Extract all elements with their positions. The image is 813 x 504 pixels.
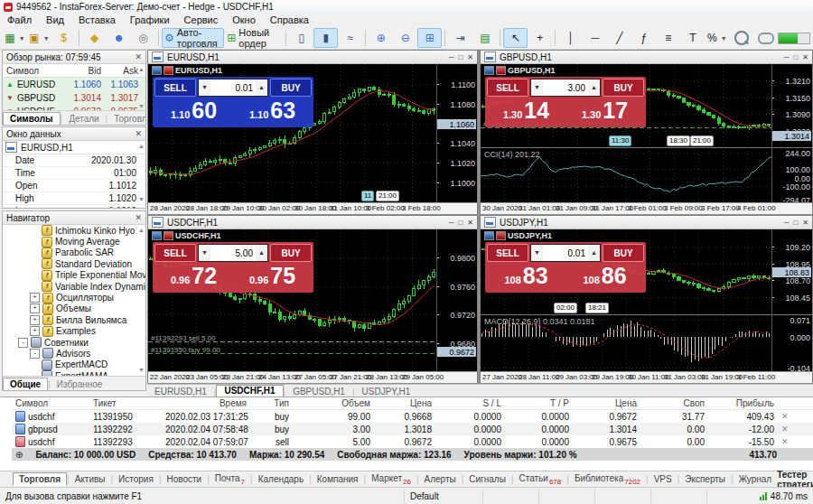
toolbox-tab-Маркет[interactable]: Маркет26	[366, 472, 416, 487]
expand-balance-icon[interactable]: ⊕	[15, 450, 23, 460]
nav-item-Moving-Average[interactable]: fMoving Average	[3, 236, 145, 247]
close-position-icon[interactable]: ✕	[778, 425, 792, 434]
minimize-icon[interactable]: ─	[449, 219, 454, 227]
nav-item-Ichimoku-Kinko-Hyo[interactable]: fIchimoku Kinko Hyo	[3, 225, 145, 236]
volume-up-icon[interactable]: ▲	[588, 245, 600, 261]
expand-icon[interactable]: +	[30, 293, 40, 303]
navigator-tab-Общие[interactable]: Общие	[3, 378, 48, 390]
chart-canvas[interactable]: 109.20108.95108.70108.45108.830.0710.000…	[481, 229, 812, 371]
toolbox-tab-Новости[interactable]: Новости	[161, 473, 207, 485]
navigator-tab-Избранное[interactable]: Избранное	[51, 378, 109, 390]
cursor-icon[interactable]: ↖	[503, 28, 528, 48]
maximize-icon[interactable]: □	[793, 219, 798, 227]
minimize-icon[interactable]: ─	[449, 53, 454, 61]
volume-field[interactable]: ▼0.01▲	[530, 244, 601, 262]
chart-canvas[interactable]: 1.32101.31501.30901.3030#11392292 buy 3.…	[481, 64, 812, 202]
trendline-icon[interactable]: ╱	[607, 28, 631, 48]
text-label-icon[interactable]: T	[680, 28, 705, 48]
volume-field[interactable]: ▼5.00▲	[198, 244, 268, 262]
signal-icon[interactable]: ◎	[131, 28, 155, 48]
horizontal-line-icon[interactable]: ─	[583, 28, 607, 48]
maximize-icon[interactable]: □	[458, 53, 463, 61]
collapse-icon[interactable]: -	[30, 349, 40, 359]
toolbox-tab-Эксперты[interactable]: Эксперты	[679, 473, 731, 485]
scroll-down-icon[interactable]: ▼	[138, 196, 145, 202]
toolbox-tab-История[interactable]: История	[113, 473, 159, 485]
chart-window-titlebar[interactable]: USDJPY,H1─□✕	[481, 216, 812, 229]
scroll-down-icon[interactable]: ▼	[138, 103, 145, 109]
chart-window-titlebar[interactable]: EURUSD,H1─□✕	[148, 51, 477, 64]
volume-up-icon[interactable]: ▲	[256, 79, 267, 96]
arrows-icon[interactable]: %▼	[705, 28, 729, 48]
nav-item-ExpertMACD[interactable]: ExpertMACD	[3, 359, 145, 370]
scroll-up-icon[interactable]: ▲	[138, 143, 145, 149]
toolbox-tab-Журнал[interactable]: Журнал	[734, 473, 778, 485]
menu-Файл[interactable]: Файл	[0, 14, 39, 27]
toolbox-tab-Компания[interactable]: Компания	[312, 473, 364, 485]
menu-Вставка[interactable]: Вставка	[71, 14, 123, 27]
sell-button[interactable]: SELL	[487, 79, 528, 97]
expand-icon[interactable]: +	[30, 303, 40, 313]
market-watch-row-GBPUSD[interactable]: ▼GBPUSD1.30141.3017	[3, 91, 145, 105]
candlestick-chart-icon[interactable]: ▮	[313, 28, 338, 48]
sell-button[interactable]: SELL	[154, 244, 196, 262]
templates-icon[interactable]: ▤	[472, 28, 497, 48]
menu-Графики[interactable]: Графики	[123, 14, 177, 27]
market-watch-tab-Торговля[interactable]: Торговля	[107, 113, 146, 125]
nav-item-Variable-Index-Dynamic-A[interactable]: fVariable Index Dynamic A	[3, 281, 145, 292]
nav-item-Билла-Вильямса[interactable]: +fБилла Вильямса	[3, 314, 145, 325]
buy-price[interactable]: 10886	[565, 262, 644, 291]
minimize-icon[interactable]: ─	[784, 53, 790, 61]
maximize-icon[interactable]: □	[458, 219, 463, 227]
zoom-out-icon[interactable]: ⊖	[393, 28, 417, 48]
nav-item-Advisors[interactable]: -Advisors	[3, 348, 145, 359]
symbols-icon[interactable]: $	[51, 28, 76, 48]
volume-field[interactable]: ▼0.01▲	[198, 79, 268, 97]
market-watch-row-EURUSD[interactable]: ▲EURUSD1.10601.1063	[3, 78, 145, 91]
trade-row-11392292[interactable]: gbpusd113922922020.02.04 07:58:48buy3.00…	[12, 423, 813, 435]
nav-item-Объемы[interactable]: +fОбъемы	[3, 303, 145, 314]
toolbox-tab-VPS[interactable]: VPS	[649, 473, 678, 485]
toolbox-tab-Библиотека[interactable]: Библиотека7202	[569, 472, 646, 487]
autotrade-button[interactable]: ⚙Авто-торговля	[162, 28, 224, 48]
sell-price[interactable]: 10883	[487, 262, 565, 291]
nav-item-Triple-Exponential-Movin[interactable]: fTriple Exponential Movin	[3, 270, 145, 281]
nav-item-Standard-Deviation[interactable]: fStandard Deviation	[3, 258, 145, 269]
close-position-icon[interactable]: ✕	[778, 412, 792, 421]
bar-chart-icon[interactable]: ▯	[289, 28, 313, 48]
nav-item-Examples[interactable]: +fExamples	[3, 326, 145, 337]
tile-windows-icon[interactable]: ⊞	[417, 28, 442, 48]
trade-row-11391950[interactable]: usdchf113919502020.02.03 17:31:25buy99.0…	[12, 410, 813, 423]
buy-button[interactable]: BUY	[270, 244, 312, 262]
menu-Сервис[interactable]: Сервис	[177, 14, 226, 27]
buy-button[interactable]: BUY	[603, 79, 644, 97]
volume-up-icon[interactable]: ▲	[588, 79, 600, 96]
sell-price[interactable]: 1.3014	[487, 97, 565, 126]
nav-item-Parabolic-SAR[interactable]: fParabolic SAR	[3, 247, 145, 258]
buy-price[interactable]: 1.1063	[233, 97, 312, 126]
volume-down-icon[interactable]: ▼	[199, 245, 210, 261]
expand-icon[interactable]: +	[30, 315, 40, 325]
chart-window-titlebar[interactable]: GBPUSD,H1─□✕	[481, 51, 812, 64]
wallet-icon[interactable]: ◆	[82, 28, 107, 48]
maximize-icon[interactable]: □	[793, 53, 798, 61]
toolbox-tab-Сигналы[interactable]: Сигналы	[463, 473, 511, 485]
scroll-up-icon[interactable]: ▲	[138, 66, 145, 72]
toolbox-tab-Почта[interactable]: Почта7	[210, 472, 250, 487]
menu-Вид[interactable]: Вид	[39, 14, 71, 27]
buy-button[interactable]: BUY	[270, 79, 312, 97]
chart-canvas[interactable]: 1.11001.10801.10601.10401.10201.10001.10…	[148, 64, 477, 202]
close-icon[interactable]: ✕	[135, 52, 142, 61]
close-icon[interactable]: ✕	[802, 219, 808, 227]
buy-price[interactable]: 1.3017	[565, 97, 644, 126]
scroll-up-icon[interactable]: ▲	[138, 227, 145, 233]
toolbox-tab-Торговля[interactable]: Торговля	[13, 472, 67, 486]
chart-tab-USDCHF,H1[interactable]: USDCHF,H1	[216, 385, 283, 397]
collapse-icon[interactable]: -	[18, 338, 28, 348]
sell-button[interactable]: SELL	[154, 79, 196, 97]
volume-down-icon[interactable]: ▼	[531, 245, 543, 261]
buy-button[interactable]: BUY	[603, 244, 644, 262]
toolbox-tab-Активы[interactable]: Активы	[70, 473, 111, 485]
toolbox-tab-Календарь[interactable]: Календарь	[253, 473, 309, 485]
chart-canvas[interactable]: 0.98000.97600.97200.9680#11392293 sell 5…	[148, 229, 477, 371]
